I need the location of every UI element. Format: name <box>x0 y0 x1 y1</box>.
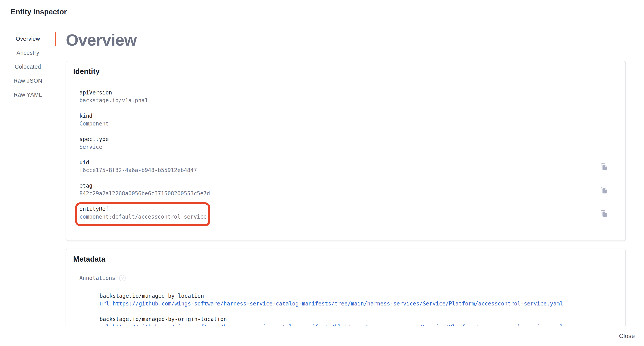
content-panel: Overview Identity apiVersion backstage.i… <box>56 25 644 326</box>
field-value: 842c29a2a12268a0056be6c371508200553c5e7d <box>80 190 210 198</box>
annotation-url-link[interactable]: url:https://github.com/wings-software/ha… <box>100 323 563 326</box>
sidebar-tab[interactable]: Raw JSON <box>0 74 56 88</box>
dialog-title: Entity Inspector <box>11 8 67 16</box>
sidebar-tab-label: Raw JSON <box>14 78 42 84</box>
copy-button[interactable] <box>600 162 608 171</box>
sidebar-tab[interactable]: Overview <box>0 32 56 46</box>
identity-field-row: uid f6cce175-8f32-4a6a-b948-b55912eb4847 <box>80 159 618 174</box>
field-value: f6cce175-8f32-4a6a-b948-b55912eb4847 <box>80 166 197 174</box>
dialog-header: Entity Inspector <box>0 0 644 24</box>
field-label: kind <box>80 112 109 120</box>
field-label: etag <box>80 182 210 190</box>
annotation-key: backstage.io/managed-by-origin-location <box>100 315 618 323</box>
annotations-header: Annotations ? <box>80 274 618 282</box>
active-tab-indicator <box>54 32 56 46</box>
identity-field-row: spec.type Service <box>80 135 618 151</box>
field-value: Component <box>80 120 109 128</box>
annotations-label: Annotations <box>80 274 115 282</box>
identity-field-text: etag 842c29a2a12268a0056be6c371508200553… <box>80 182 210 198</box>
copy-button[interactable] <box>600 209 608 217</box>
sidebar-tab[interactable]: Colocated <box>0 60 56 74</box>
close-button[interactable]: Close <box>618 331 636 341</box>
field-label: apiVersion <box>80 89 148 97</box>
identity-field-text: kind Component <box>80 112 109 128</box>
dialog-body: Overview Ancestry Colocated Raw JSON Raw… <box>0 25 644 326</box>
identity-field-row: etag 842c29a2a12268a0056be6c371508200553… <box>80 182 618 198</box>
copy-icon <box>600 209 608 217</box>
identity-field-row: kind Component <box>80 112 618 128</box>
identity-field-text: entityRef component:default/accesscontro… <box>80 205 206 221</box>
metadata-card-title: Metadata <box>73 255 618 263</box>
field-value: Service <box>80 143 109 151</box>
help-icon[interactable]: ? <box>119 275 126 281</box>
dialog-footer: Close <box>0 326 644 346</box>
field-label: spec.type <box>80 135 109 143</box>
identity-field-list: apiVersion backstage.io/v1alpha1 kind Co… <box>80 89 618 221</box>
sidebar-tab[interactable]: Raw YAML <box>0 88 56 102</box>
identity-card: Identity apiVersion backstage.io/v1alpha… <box>66 61 626 241</box>
identity-field-row: entityRef component:default/accesscontro… <box>80 205 618 221</box>
page-title: Overview <box>66 31 626 49</box>
field-label: uid <box>80 159 197 166</box>
field-label: entityRef <box>80 205 206 213</box>
annotation-key: backstage.io/managed-by-location <box>100 292 618 300</box>
annotation-list: backstage.io/managed-by-location url:htt… <box>100 292 618 326</box>
sidebar-tab-label: Ancestry <box>16 50 39 56</box>
identity-card-title: Identity <box>73 67 618 76</box>
identity-field-row: apiVersion backstage.io/v1alpha1 <box>80 89 618 104</box>
annotation-entry: backstage.io/managed-by-origin-location … <box>100 315 618 326</box>
sidebar-tab-label: Overview <box>16 36 40 42</box>
field-value: backstage.io/v1alpha1 <box>80 97 148 104</box>
sidebar-tabs: Overview Ancestry Colocated Raw JSON Raw… <box>0 25 56 326</box>
field-value: component:default/accesscontrol-service <box>80 213 206 221</box>
identity-field-text: apiVersion backstage.io/v1alpha1 <box>80 89 148 104</box>
sidebar-tab-label: Colocated <box>15 64 41 70</box>
identity-field-text: spec.type Service <box>80 135 109 151</box>
sidebar-tab-label: Raw YAML <box>14 92 42 98</box>
copy-icon <box>600 186 608 194</box>
annotation-url-link[interactable]: url:https://github.com/wings-software/ha… <box>100 300 563 308</box>
identity-field-text: uid f6cce175-8f32-4a6a-b948-b55912eb4847 <box>80 159 197 174</box>
sidebar-tab[interactable]: Ancestry <box>0 46 56 60</box>
metadata-card: Metadata Annotations ? backstage.io/mana… <box>66 249 626 326</box>
annotation-entry: backstage.io/managed-by-location url:htt… <box>100 292 618 308</box>
copy-button[interactable] <box>600 186 608 194</box>
copy-icon <box>600 162 608 171</box>
